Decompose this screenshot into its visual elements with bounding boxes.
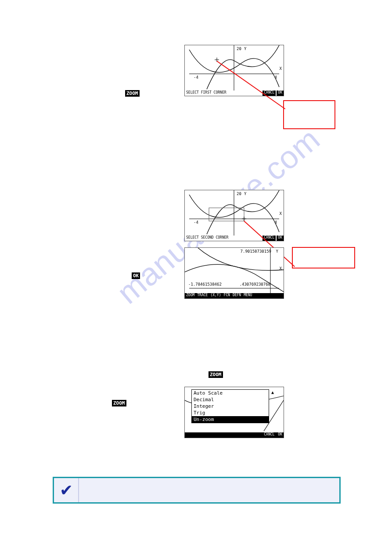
zoom-menu: Auto Scale Decimal Integer Trig Un-zoom: [191, 389, 269, 423]
defn-button[interactable]: DEFN: [231, 293, 242, 298]
menu-button[interactable]: MENU: [242, 293, 253, 298]
menu-item-trig[interactable]: Trig: [192, 410, 269, 416]
ok-button[interactable]: OK: [277, 432, 284, 438]
callout-box-1: [283, 100, 335, 129]
calc-screen-4: Auto Scale Decimal Integer Trig Un-zoom …: [184, 387, 284, 438]
y-axis-label: Y: [244, 47, 246, 51]
x-axis-label: X: [280, 211, 282, 216]
y-axis-label: Y: [244, 192, 246, 196]
callout-box-2: [292, 247, 355, 268]
x-axis-label: X: [280, 66, 282, 71]
fcn-button[interactable]: FCN: [222, 293, 231, 298]
x-axis-label: X: [280, 266, 282, 271]
status-text: SELECT FIRST CORNER: [185, 91, 228, 96]
zoom-button[interactable]: ZOOM: [185, 293, 196, 298]
zoom-label-2: ZOOM: [209, 371, 223, 378]
status-text: SELECT SECOND CORNER: [185, 236, 230, 241]
calc-screen-3: 7.90158730159 Y X -1.78461538462 .430769…: [184, 247, 284, 299]
zoom-label-1: ZOOM: [125, 90, 140, 97]
y-tick-label: 20: [237, 47, 241, 51]
xy-button[interactable]: (X,Y): [209, 293, 222, 298]
calc-screen-1: 20 Y X -4 4 SELECT FIRST CORNER CANCL OK: [184, 45, 284, 96]
calc-screen-2: 20 Y X -4 4 SELECT SECOND CORNER CANCL O…: [184, 190, 284, 241]
x-min-label: -1.78461538462: [188, 282, 222, 287]
cancel-button[interactable]: CANCL: [263, 432, 276, 438]
x-max-label: 4: [275, 220, 277, 225]
tip-box: ✔: [53, 477, 341, 504]
menu-item-autoscale[interactable]: Auto Scale: [192, 390, 269, 396]
x-min-label: -4: [194, 75, 198, 80]
zoom-label-3: ZOOM: [112, 400, 126, 406]
ok-label: OK: [132, 272, 140, 279]
ok-button[interactable]: OK: [277, 91, 284, 96]
y-tick-label: 20: [237, 192, 241, 196]
menu-item-decimal[interactable]: Decimal: [192, 396, 269, 403]
x-max-label: .430769230768: [240, 282, 270, 287]
checkmark-icon: ✔: [54, 478, 79, 502]
menu-item-unzoom[interactable]: Un-zoom: [192, 416, 269, 423]
x-max-label: 4: [275, 75, 277, 80]
ok-button[interactable]: OK: [277, 236, 284, 241]
x-min-label: -4: [194, 220, 198, 225]
y-value: 7.90158730159: [241, 249, 271, 254]
y-axis-label: Y: [276, 249, 278, 254]
menu-item-integer[interactable]: Integer: [192, 403, 269, 410]
trace-button[interactable]: TRACE: [196, 293, 209, 298]
scroll-up-icon: ▲: [271, 390, 274, 395]
